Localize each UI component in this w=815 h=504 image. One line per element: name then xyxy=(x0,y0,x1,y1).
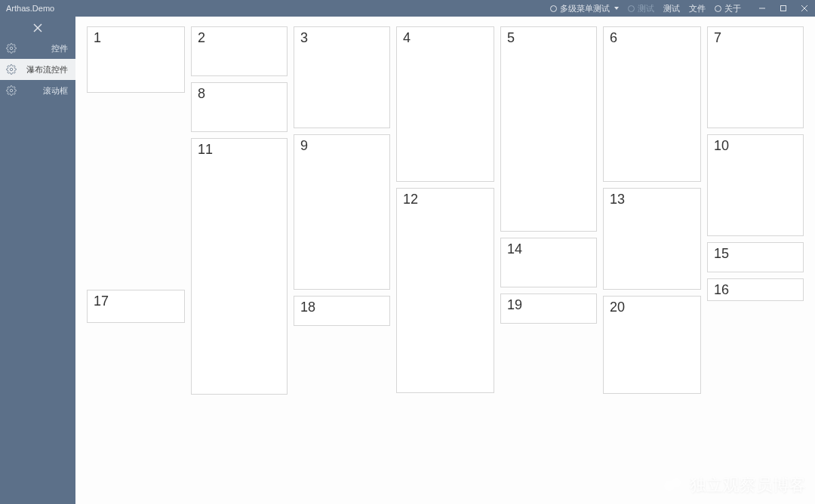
sidebar-item-label: 瀑布流控件 xyxy=(26,64,68,75)
tile[interactable]: 15 xyxy=(707,242,804,272)
radio-icon xyxy=(715,5,721,12)
menu-multi-level[interactable]: 多级菜单测试 xyxy=(550,3,619,14)
sidebar-item-label: 滚动框 xyxy=(43,85,68,97)
svg-point-6 xyxy=(10,47,13,50)
waterfall-canvas: 1234567891011121314151617181920 xyxy=(75,17,815,504)
gear-icon xyxy=(6,64,17,75)
sidebar-item-label: 控件 xyxy=(51,43,68,54)
tile[interactable]: 2 xyxy=(191,26,288,76)
tile[interactable]: 10 xyxy=(707,134,804,236)
tile[interactable]: 14 xyxy=(500,238,597,287)
chevron-down-icon xyxy=(614,7,619,10)
watermark: 独立观察员博客 xyxy=(664,474,806,496)
tile[interactable]: 13 xyxy=(603,188,701,290)
tile[interactable]: 17 xyxy=(87,290,185,323)
tile[interactable]: 1 xyxy=(87,26,185,93)
close-button[interactable] xyxy=(794,0,815,17)
tile[interactable]: 8 xyxy=(191,82,288,132)
radio-icon xyxy=(550,5,557,12)
tile[interactable]: 11 xyxy=(191,138,288,395)
sidebar: 控件 瀑布流控件 滚动框 xyxy=(0,17,75,504)
radio-icon xyxy=(628,5,635,12)
app-title: Arthas.Demo xyxy=(6,4,54,13)
menu-about[interactable]: 关于 xyxy=(715,3,741,14)
svg-point-8 xyxy=(10,89,13,92)
sidebar-collapse-button[interactable] xyxy=(0,18,75,38)
maximize-button[interactable] xyxy=(773,0,794,17)
menu-test-disabled: 测试 xyxy=(628,3,654,14)
tile[interactable]: 19 xyxy=(500,293,597,324)
sidebar-item-scrollbox[interactable]: 滚动框 xyxy=(0,80,75,101)
sidebar-item-waterfall[interactable]: 瀑布流控件 xyxy=(0,59,75,80)
svg-point-7 xyxy=(10,68,13,71)
tile[interactable]: 9 xyxy=(294,134,390,290)
tile[interactable]: 6 xyxy=(603,26,701,182)
tile[interactable]: 20 xyxy=(603,296,701,394)
tile[interactable]: 5 xyxy=(500,26,597,232)
tile[interactable]: 4 xyxy=(396,26,494,182)
minimize-button[interactable] xyxy=(752,0,773,17)
tile[interactable]: 7 xyxy=(707,26,804,128)
tile[interactable]: 3 xyxy=(294,26,390,128)
svg-rect-1 xyxy=(781,6,786,11)
gear-icon xyxy=(6,43,17,54)
titlebar: Arthas.Demo 多级菜单测试 测试 测试 文件 关于 xyxy=(0,0,815,17)
tile[interactable]: 12 xyxy=(396,188,494,393)
tile[interactable]: 16 xyxy=(707,278,804,301)
wechat-icon xyxy=(664,477,684,493)
menu-file[interactable]: 文件 xyxy=(689,3,706,14)
sidebar-item-controls[interactable]: 控件 xyxy=(0,38,75,59)
menu-test[interactable]: 测试 xyxy=(663,3,680,14)
tile[interactable]: 18 xyxy=(294,296,390,326)
gear-icon xyxy=(6,85,17,96)
